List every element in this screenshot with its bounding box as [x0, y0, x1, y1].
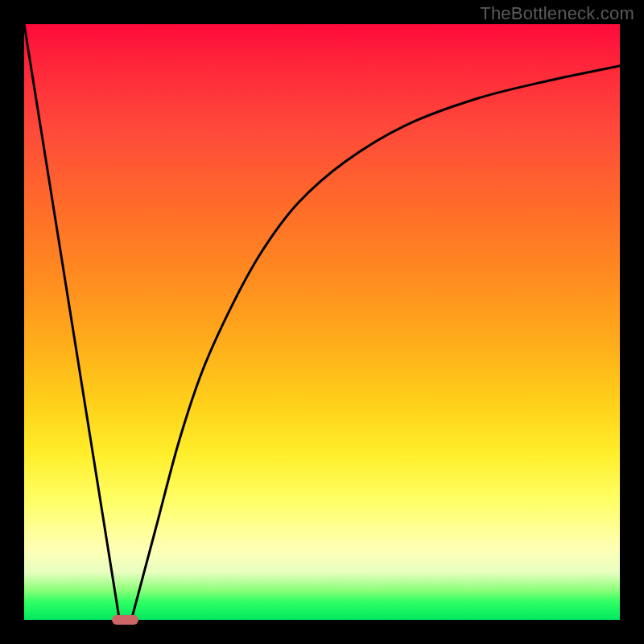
left-branch-curve [24, 24, 119, 620]
right-branch-curve [131, 66, 620, 620]
chart-frame: TheBottleneck.com [0, 0, 644, 644]
plot-area [24, 24, 620, 620]
curve-layer [24, 24, 620, 620]
bottleneck-marker [112, 615, 138, 625]
watermark-text: TheBottleneck.com [480, 3, 634, 24]
curve-group [24, 24, 620, 620]
